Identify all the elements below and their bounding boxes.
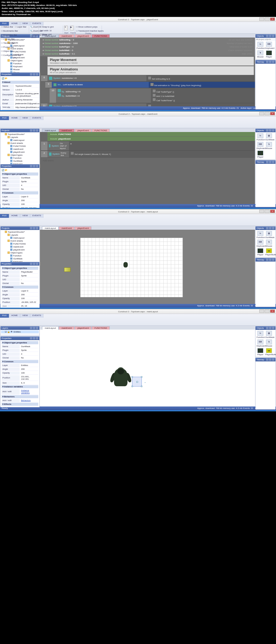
global-var[interactable]: ● Global number numAmmo = 1000Number of … <box>40 42 255 45</box>
tree-item[interactable]: Function <box>1 254 39 257</box>
status-bar: ReadyApprox. download: 768 kb memory use… <box>0 106 276 110</box>
object-player[interactable]: ●Player <box>265 50 273 58</box>
tree-item[interactable]: mainEvent <box>1 245 39 248</box>
object-mouse[interactable]: 🖱Mouse <box>257 50 264 58</box>
ribbon-tab-file[interactable]: FILE <box>0 22 9 26</box>
tree-item[interactable]: mainLayout <box>1 236 39 239</box>
tree-item[interactable]: Function <box>1 62 39 65</box>
grid-w[interactable]: Grid width: 16 <box>40 30 51 32</box>
show-collision[interactable]: ☐ Show collision polys <box>76 26 98 28</box>
window-titlebar: Construct 2 - Topdown.capx - playerEvent… <box>0 17 276 22</box>
tree-item[interactable]: playerEvent <box>1 248 39 251</box>
event-sheet-view[interactable]: ● Global number isShooting = 0Do we have… <box>40 38 255 106</box>
maximize-button[interactable] <box>265 18 270 21</box>
action-icon <box>148 104 151 106</box>
tree-item[interactable]: GunMask <box>1 160 39 162</box>
screenshot-2: Construct 2 - Topdown.capx - mainEvent× … <box>0 111 276 209</box>
tree-item[interactable]: TopdownShooter* <box>1 231 39 233</box>
run-icon[interactable]: ▶ <box>70 26 74 30</box>
include-functions[interactable]: Include: Include: FUNCTIONSFUNCTIONS <box>47 132 255 136</box>
event-8[interactable]: 8 System numAmmo > 0 Set isShooting to 0 <box>41 75 255 82</box>
group-player-animations[interactable]: Player AnimationsAll of our player anima… <box>47 66 254 75</box>
ribbon-tab-view[interactable]: VIEW <box>20 22 30 26</box>
chk-object[interactable]: ☐ Object Bar <box>1 50 13 52</box>
chk-zorder[interactable]: ☐ Z Order Bar <box>1 38 15 40</box>
window-titlebar: Construct 2 - Topdown.capx - mainEvent× <box>0 111 276 116</box>
tree-item[interactable]: Event sheets <box>1 142 39 145</box>
system-icon <box>58 93 61 97</box>
tree-item[interactable]: GunMask <box>1 257 39 260</box>
action-icon <box>150 83 154 86</box>
chk-tilemap[interactable]: ☐ Tilemap Bar <box>1 42 15 44</box>
layer-entities[interactable]: ☑ 🔒 👁 Entities <box>1 330 39 333</box>
snap-grid[interactable]: ☐ Snap to grid <box>40 26 54 28</box>
system-icon <box>49 77 52 80</box>
object-keyboard[interactable]: ⌨Keyboard <box>265 42 273 49</box>
layout-view[interactable] <box>40 230 255 304</box>
layout-view[interactable]: → <box>40 330 255 406</box>
tree-item[interactable]: Object types <box>1 59 39 62</box>
chk-statusbar[interactable]: ☐ Status Bar <box>1 26 13 28</box>
tree-item[interactable]: FUNCTIONS <box>1 242 39 245</box>
tree-item[interactable]: playerEvent <box>1 151 39 154</box>
event-sheet-view[interactable]: Include: Include: FUNCTIONSFUNCTIONS Inc… <box>40 132 255 204</box>
ribbon-tab-home[interactable]: HOME <box>9 22 20 26</box>
tree-item[interactable]: Layouts <box>1 136 39 139</box>
tree-item[interactable]: FUNCTIONS <box>1 145 39 148</box>
include-playerevent[interactable]: Include: playerEvent <box>47 137 255 141</box>
tree-item[interactable]: Keyboard <box>1 65 39 68</box>
player-sprite-enlarged[interactable] <box>110 367 132 389</box>
tree-item[interactable]: Event sheets <box>1 239 39 242</box>
tree-item[interactable]: mainLayout <box>1 139 39 142</box>
chk-properties[interactable]: ☐ Properties Bar <box>1 34 17 36</box>
minimize-button[interactable] <box>259 18 264 21</box>
close-button[interactable]: × <box>270 18 275 21</box>
ribbon-tab-events[interactable]: EVENTS <box>30 22 43 26</box>
event-9[interactable]: 9 Mo.. Left button is down Set animation… <box>45 82 255 88</box>
translucent[interactable]: ☐ Translucent inactive layers <box>76 30 104 32</box>
chk-bookmarks[interactable]: ☐ Bookmarks Bar <box>1 30 18 32</box>
ribbon: FILE HOME VIEW EVENTS <box>0 116 276 128</box>
chk-config[interactable]: ☐ Configurations Bar <box>1 54 21 56</box>
file-info-header: File: 009 Player Shooting Part 2.mp4 Siz… <box>0 0 276 17</box>
style-icon[interactable]: ✦ <box>64 26 68 30</box>
chk-layerbar[interactable]: ☐ Layer Bar <box>15 26 26 28</box>
player-bullet-sprite[interactable] <box>64 267 71 272</box>
ribbon: FILE HOME VIEW EVENTS ☐ Status Bar ☐ Lay… <box>0 22 276 34</box>
tab-playerevent[interactable]: playerEvent <box>75 34 91 38</box>
objects-panel-header[interactable]: Objects <box>256 34 275 38</box>
tab-functions[interactable]: FUNCTIONS <box>92 34 110 38</box>
action-icon <box>153 98 156 101</box>
event-2[interactable]: 2 System Every tick Set angle toward (Mo… <box>41 151 255 158</box>
action-icon <box>153 89 156 93</box>
action-icon <box>148 76 151 80</box>
system-icon <box>58 89 61 92</box>
mouse-icon <box>53 83 57 86</box>
properties-panel-header[interactable]: Properties <box>1 73 39 76</box>
center-tabs: mainLayout mainEvent playerEvent FUNCTIO… <box>40 34 255 38</box>
tree-item[interactable]: Object types <box>1 251 39 254</box>
tree-item[interactable]: Function <box>1 157 39 160</box>
screenshot-4: Construct 2 - Topdown.capx - mainLayout×… <box>0 309 276 411</box>
system-icon <box>49 105 52 106</box>
tilemap-panel-header[interactable]: Tilemap <box>256 60 275 64</box>
tree-item[interactable]: Object types <box>1 154 39 157</box>
global-var[interactable]: ● Global number isShooting = 0Do we have… <box>40 38 255 42</box>
global-var[interactable]: ● Global number bulletRate = 0.1Rate of … <box>40 52 255 56</box>
event-10[interactable]: 10 Sy.. isShooting = 0 Sy.. bulletWait =… <box>50 88 255 103</box>
player-sprite[interactable] <box>123 262 128 267</box>
show-grid[interactable]: ☐ Show grid <box>40 33 52 36</box>
tree-item[interactable]: Layouts <box>1 233 39 236</box>
tree-item[interactable]: mainEvent <box>1 148 39 151</box>
tree-item[interactable]: Mouse <box>1 68 39 71</box>
gunmask-selection[interactable]: → <box>132 377 142 387</box>
tree-item[interactable]: TopdownShooter* <box>1 133 39 136</box>
global-var[interactable]: ● Global number bulletType = 0What kind … <box>40 45 255 49</box>
group-player-movement[interactable]: Player MovementSimulated controls for WA… <box>47 57 254 66</box>
global-var[interactable]: ● Global number bulletWait = 0Check betw… <box>40 49 255 52</box>
event-1[interactable]: 1 System On start of layout ▸ <box>41 141 255 151</box>
chk-project[interactable]: ☐ Project Bar <box>1 46 14 48</box>
objects-grid[interactable]: fxFunction ⌨Keyboard 🖱Mouse ●Player <box>256 41 275 59</box>
object-function[interactable]: fxFunction <box>257 42 264 49</box>
event-11[interactable]: 11 System numAmmo ≤ 0 Set isShooting to … <box>41 103 255 106</box>
